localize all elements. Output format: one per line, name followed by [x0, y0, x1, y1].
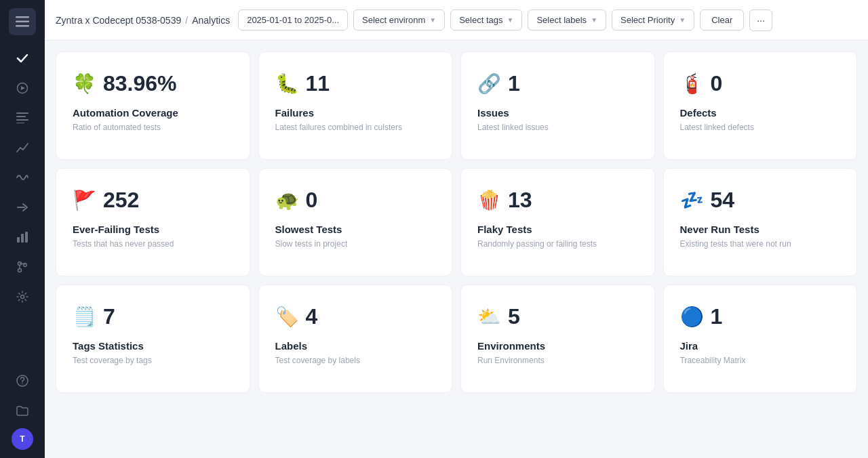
analytics-card[interactable]: 🏷️ 4 Labels Test coverage by labels [258, 285, 453, 393]
analytics-card[interactable]: 🍀 83.96% Automation Coverage Ratio of au… [56, 51, 250, 160]
card-icon: ⛅ [477, 308, 501, 327]
card-subtitle: Run Environments [477, 356, 545, 365]
analytics-card[interactable]: 🐛 11 Failures Latest failures combined i… [258, 51, 453, 160]
card-value: 54 [711, 188, 735, 213]
card-metric: 🏷️ 4 [275, 304, 318, 329]
card-value: 0 [711, 71, 723, 96]
header-filters: 2025-01-01 to 2025-0... Select environm … [238, 9, 857, 31]
analytics-card[interactable]: 🗒️ 7 Tags Statistics Test coverage by ta… [56, 285, 250, 393]
svg-rect-8 [16, 123, 24, 123]
sidebar-item-check[interactable] [10, 46, 35, 70]
sidebar-bottom: T [10, 369, 35, 450]
card-value: 4 [306, 304, 318, 329]
card-metric: 🔵 1 [680, 304, 723, 329]
svg-rect-0 [16, 16, 29, 18]
analytics-card[interactable]: 🔗 1 Issues Latest linked issues [460, 51, 655, 160]
analytics-card[interactable]: 🚩 252 Ever-Failing Tests Tests that has … [56, 168, 250, 276]
card-value: 0 [306, 188, 318, 213]
labels-filter-button[interactable]: Select labels ▼ [528, 9, 606, 30]
labels-filter-label: Select labels [536, 15, 587, 25]
sidebar-item-settings[interactable] [10, 285, 35, 309]
sidebar-item-play[interactable] [10, 76, 35, 100]
card-icon: 🔵 [680, 308, 704, 327]
cards-grid: 🍀 83.96% Automation Coverage Ratio of au… [56, 51, 857, 393]
card-subtitle: Existing tests that were not run [680, 239, 791, 249]
date-filter-value: 2025-01-01 to 2025-0... [247, 15, 339, 25]
priority-chevron-icon: ▼ [679, 16, 686, 24]
breadcrumb-separator: / [185, 15, 188, 26]
analytics-card[interactable]: 🍿 13 Flaky Tests Randomly passing or fai… [460, 168, 655, 276]
main-content: Zyntra x Codecept 0538-0539 / Analytics … [45, 0, 868, 458]
card-icon: 🚩 [73, 191, 96, 210]
card-subtitle: Tests that has never passed [73, 239, 174, 249]
card-value: 5 [508, 304, 520, 329]
card-subtitle: Ratio of automated tests [73, 123, 161, 132]
env-chevron-icon: ▼ [429, 16, 436, 24]
card-title: Flaky Tests [477, 224, 532, 235]
sidebar-logo[interactable] [9, 8, 36, 35]
card-metric: ⛅ 5 [477, 304, 520, 329]
card-subtitle: Slow tests in project [275, 239, 348, 249]
card-title: Automation Coverage [73, 107, 178, 119]
tags-filter-label: Select tags [459, 15, 502, 25]
card-icon: 🐢 [275, 191, 299, 210]
card-value: 7 [103, 304, 115, 329]
sidebar-item-barchart[interactable] [10, 225, 35, 249]
svg-rect-2 [16, 25, 29, 27]
sidebar-item-git[interactable] [10, 255, 35, 279]
svg-rect-12 [25, 232, 28, 243]
card-value: 83.96% [103, 71, 177, 96]
card-icon: 🏷️ [275, 308, 299, 327]
tags-chevron-icon: ▼ [507, 16, 514, 24]
labels-chevron-icon: ▼ [591, 16, 597, 24]
card-title: Never Run Tests [680, 224, 760, 235]
header: Zyntra x Codecept 0538-0539 / Analytics … [45, 0, 868, 41]
sidebar-item-help[interactable] [10, 369, 35, 393]
more-options-button[interactable]: ··· [749, 9, 772, 31]
sidebar-item-arrow[interactable] [10, 195, 35, 220]
card-icon: 🗒️ [73, 308, 96, 327]
card-title: Slowest Tests [275, 224, 342, 235]
card-metric: 🍀 83.96% [73, 71, 177, 96]
card-icon: 🔗 [477, 75, 501, 93]
env-filter-label: Select environm [362, 15, 425, 25]
card-value: 252 [103, 188, 139, 213]
card-title: Labels [275, 340, 308, 352]
user-avatar[interactable]: T [12, 428, 33, 450]
sidebar-item-folder[interactable] [10, 398, 35, 423]
card-value: 1 [711, 304, 723, 329]
date-filter-button[interactable]: 2025-01-01 to 2025-0... [238, 9, 348, 30]
card-metric: 🗒️ 7 [73, 304, 115, 329]
card-value: 13 [508, 188, 532, 213]
card-subtitle: Latest failures combined in culsters [275, 123, 402, 132]
card-value: 1 [508, 71, 520, 96]
clear-button[interactable]: Clear [700, 9, 744, 30]
card-title: Environments [477, 340, 545, 352]
card-title: Issues [477, 107, 509, 119]
priority-filter-button[interactable]: Select Priority ▼ [612, 9, 694, 30]
svg-rect-11 [21, 234, 24, 243]
card-icon: 🍀 [73, 75, 96, 93]
analytics-card[interactable]: 💤 54 Never Run Tests Existing tests that… [663, 168, 858, 276]
page-title: Analytics [192, 15, 230, 26]
svg-point-14 [18, 269, 22, 272]
card-title: Defects [680, 107, 717, 119]
card-title: Ever-Failing Tests [73, 224, 159, 235]
sidebar-item-list[interactable] [10, 106, 35, 130]
analytics-card[interactable]: 🐢 0 Slowest Tests Slow tests in project [258, 168, 453, 276]
card-metric: 🍿 13 [477, 188, 532, 213]
svg-rect-1 [16, 21, 29, 23]
tags-filter-button[interactable]: Select tags ▼ [450, 9, 522, 30]
card-subtitle: Test coverage by labels [275, 356, 360, 365]
sidebar: T [0, 0, 45, 458]
analytics-card[interactable]: 🔵 1 Jira Traceability Matrix [663, 285, 858, 393]
sidebar-item-trend[interactable] [10, 136, 35, 160]
env-filter-button[interactable]: Select environm ▼ [353, 9, 445, 30]
card-subtitle: Test coverage by tags [73, 356, 152, 365]
sidebar-item-wave[interactable] [10, 165, 35, 190]
analytics-card[interactable]: 🧯 0 Defects Latest linked defects [663, 51, 858, 160]
analytics-card[interactable]: ⛅ 5 Environments Run Environments [460, 285, 655, 393]
svg-rect-9 [17, 207, 25, 208]
card-metric: 🧯 0 [680, 71, 723, 96]
card-title: Failures [275, 107, 315, 119]
